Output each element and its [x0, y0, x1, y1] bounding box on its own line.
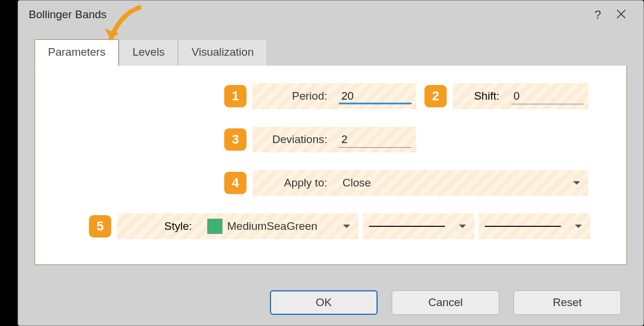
badge-2: 2: [424, 85, 447, 107]
style-color-name: MediumSeaGreen: [227, 220, 317, 233]
content-area: Parameters Levels Visualization 1 Period…: [35, 39, 627, 274]
style-label: Style:: [117, 213, 199, 239]
tab-levels[interactable]: Levels: [119, 39, 178, 66]
deviations-label: Deviations:: [252, 127, 334, 152]
ok-button[interactable]: OK: [270, 290, 378, 315]
period-input[interactable]: 20: [339, 89, 412, 104]
window-title: Bollinger Bands: [29, 8, 107, 21]
line-width-preview: [485, 226, 561, 227]
badge-4: 4: [224, 172, 246, 194]
deviations-input[interactable]: 2: [339, 132, 412, 148]
reset-button[interactable]: Reset: [513, 290, 621, 315]
badge-3: 3: [224, 128, 246, 151]
tab-panel: 1 Period: 20 2 Shift: 0 3 Deviations: 2: [35, 66, 627, 265]
apply-to-value: Close: [342, 176, 371, 189]
shift-label: Shift:: [453, 83, 506, 109]
help-button[interactable]: ?: [586, 8, 609, 22]
shift-input[interactable]: 0: [511, 89, 584, 104]
chevron-down-icon: [459, 225, 466, 228]
chevron-down-icon: [573, 181, 580, 185]
chevron-down-icon: [343, 225, 350, 228]
period-label: Period:: [252, 83, 334, 109]
badge-1: 1: [224, 85, 246, 107]
deviations-input-wrap: 2: [334, 127, 416, 152]
tab-parameters[interactable]: Parameters: [35, 39, 119, 66]
style-line-type-select[interactable]: [363, 213, 474, 239]
apply-to-select[interactable]: Close: [334, 170, 588, 196]
cancel-button[interactable]: Cancel: [392, 290, 499, 315]
chevron-down-icon: [575, 225, 582, 228]
style-line-width-select[interactable]: [479, 213, 590, 239]
apply-to-label: Apply to:: [252, 170, 334, 196]
style-color-select[interactable]: MediumSeaGreen: [199, 213, 358, 239]
dialog-footer: OK Cancel Reset: [270, 290, 621, 315]
dialog-window: Bollinger Bands ? Parameters Levels Visu…: [18, 0, 644, 326]
color-swatch: [207, 219, 222, 234]
titlebar: Bollinger Bands ?: [18, 1, 643, 29]
period-input-wrap: 20: [334, 83, 416, 109]
close-button[interactable]: [609, 8, 633, 22]
tab-visualization[interactable]: Visualization: [178, 39, 267, 66]
line-type-preview: [369, 226, 445, 227]
tabs: Parameters Levels Visualization: [35, 39, 627, 66]
badge-5: 5: [89, 215, 111, 237]
close-icon: [616, 9, 626, 19]
shift-input-wrap: 0: [506, 83, 588, 109]
